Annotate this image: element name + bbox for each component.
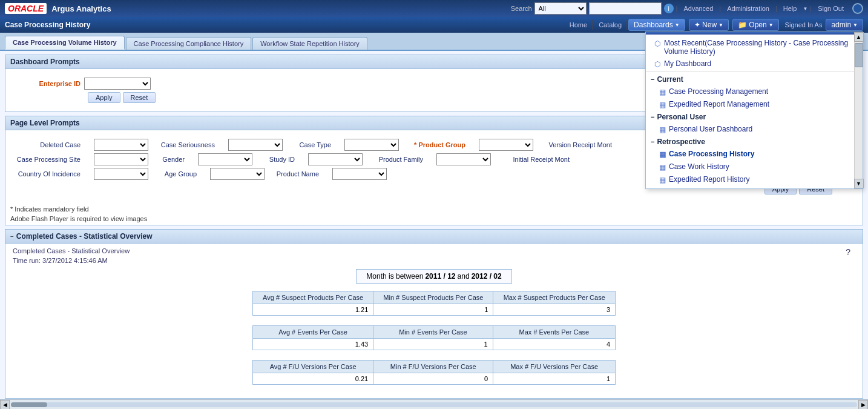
enterprise-id-label: Enterprise ID (12, 80, 84, 87)
help-link[interactable]: Help (780, 4, 801, 13)
country-incidence-select[interactable] (94, 168, 148, 180)
suspect-min-value: 1 (373, 304, 493, 316)
tab-compliance-history[interactable]: Case Processing Compliance History (126, 37, 252, 50)
table-row: 1.43 1 4 (253, 339, 616, 350)
open-dropdown-button[interactable]: 📁 Open ▼ (732, 19, 779, 31)
gender-label: Gender (158, 156, 188, 163)
dd-case-processing-mgmt[interactable]: ▦ Case Processing Management (646, 85, 863, 98)
fu-versions-table: Avg # F/U Versions Per Case Min # F/U Ve… (252, 360, 616, 385)
flash-note: Adobe Flash Player is required to view i… (5, 215, 863, 225)
h-scroll-thumb[interactable] (11, 402, 47, 407)
h-scroll-right-arrow[interactable]: ▶ (858, 400, 868, 410)
advanced-link[interactable]: Advanced (680, 4, 717, 13)
oracle-logo: ORACLE (5, 3, 47, 14)
stat-time-label: Time run: 3/27/2012 4:15:46 AM (13, 257, 855, 264)
case-work-history-icon: ▦ (658, 163, 666, 171)
dd-my-dashboard[interactable]: ⬡ My Dashboard (646, 58, 863, 70)
fu-avg-value: 0.21 (253, 373, 373, 385)
suspect-avg-header: Avg # Suspect Products Per Case (253, 291, 373, 304)
search-info-icon[interactable]: i (664, 4, 674, 13)
deleted-case-label: Deleted Case (12, 141, 84, 148)
page-prompts-title: Page Level Prompts (10, 119, 80, 127)
events-avg-header: Avg # Events Per Case (253, 326, 373, 339)
dd-current-group-header: − Current (646, 73, 863, 85)
my-dashboard-icon: ⬡ (653, 60, 662, 68)
tab-volume-history[interactable]: Case Processing Volume History (5, 36, 125, 50)
new-dropdown-button[interactable]: ✦ New ▼ (689, 19, 729, 31)
expedited-report-mgmt-icon: ▦ (658, 101, 666, 109)
horizontal-scrollbar: ◀ ▶ (0, 399, 868, 409)
age-group-select[interactable] (210, 168, 265, 180)
case-type-select[interactable] (344, 139, 399, 151)
product-name-label: Product Name (274, 170, 323, 178)
dropdown-list: ⬡ Most Recent(Case Processing History - … (646, 35, 863, 188)
admin-caret: ▼ (853, 22, 858, 28)
home-nav-link[interactable]: Home (565, 20, 593, 30)
dd-case-work-history[interactable]: ▦ Case Work History (646, 161, 863, 173)
product-name-select[interactable] (332, 168, 387, 180)
case-processing-site-label: Case Processing Site (12, 156, 84, 163)
version-receipt-label: Version Receipt Mont (543, 141, 616, 148)
signout-link[interactable]: Sign Out (814, 4, 847, 13)
search-input[interactable] (589, 2, 662, 15)
dd-most-recent[interactable]: ⬡ Most Recent(Case Processing History - … (646, 37, 863, 58)
scroll-thumb[interactable] (855, 43, 863, 67)
study-id-select[interactable] (308, 153, 363, 165)
deleted-case-select[interactable] (94, 139, 148, 151)
dashboard-apply-button[interactable]: Apply (88, 92, 120, 103)
dashboards-dropdown-overlay: ⬡ Most Recent(Case Processing History - … (645, 32, 863, 189)
admin-dropdown-button[interactable]: admin ▼ (826, 19, 863, 31)
fu-max-header: Max # F/U Versions Per Case (493, 361, 616, 373)
dashboard-prompts-title: Dashboard Prompts (10, 58, 80, 66)
top-nav-right: Search All Catalog Dashboards i | Advanc… (511, 2, 863, 15)
retrospective-group-toggle[interactable]: − (651, 138, 654, 145)
case-type-label: Case Type (292, 141, 335, 148)
suspect-avg-value: 1.21 (253, 304, 373, 316)
page-title: Case Processing History (5, 21, 90, 29)
events-min-value: 1 (373, 339, 493, 350)
app-name: Argus Analytics (51, 4, 111, 13)
search-scope-select[interactable]: All Catalog Dashboards (534, 2, 587, 15)
product-family-select[interactable] (436, 153, 491, 165)
secondary-navigation-bar: Case Processing History Home Catalog Das… (0, 17, 868, 33)
dashboards-dropdown-button[interactable]: Dashboards ▼ (628, 19, 685, 31)
case-processing-site-select[interactable] (94, 153, 148, 165)
dd-retrospective-group-header: − Retrospective (646, 136, 863, 148)
events-table: Avg # Events Per Case Min # Events Per C… (252, 325, 616, 350)
help-caret: ▼ (803, 6, 807, 12)
initial-receipt-label: Initial Receipt Mont (501, 156, 573, 163)
administration-link[interactable]: Administration (723, 4, 773, 13)
current-group-toggle[interactable]: − (651, 76, 654, 83)
h-scroll-left-arrow[interactable]: ◀ (0, 400, 10, 410)
mandatory-note: * Indicates mandatory field (5, 203, 863, 215)
dd-case-processing-history[interactable]: ▦ Case Processing History (646, 148, 863, 161)
dd-personal-user-dashboard[interactable]: ▦ Personal User Dashboard (646, 123, 863, 136)
h-scroll-track (11, 402, 857, 407)
search-label: Search (511, 5, 532, 12)
personal-group-toggle[interactable]: − (651, 113, 654, 121)
case-seriousness-select[interactable] (228, 139, 283, 151)
dd-personal-group-header: − Personal User (646, 111, 863, 123)
product-group-select[interactable] (479, 139, 533, 151)
scroll-down-arrow[interactable]: ▼ (854, 179, 864, 188)
expedited-report-history-icon: ▦ (658, 176, 666, 184)
dd-expedited-report-mgmt[interactable]: ▦ Expedited Report Management (646, 98, 863, 111)
search-area: Search All Catalog Dashboards i (511, 2, 674, 15)
dd-expedited-report-history[interactable]: ▦ Expedited Report History (646, 173, 863, 186)
filter-box: Month is between 2011 / 12 and 2012 / 02 (356, 269, 511, 284)
gender-select[interactable] (198, 153, 252, 165)
country-incidence-label: Country Of Incidence (12, 170, 84, 178)
scroll-up-arrow[interactable]: ▲ (854, 32, 864, 42)
age-group-label: Age Group (158, 170, 200, 178)
personal-dashboard-icon: ▦ (658, 125, 666, 134)
stat-help-icon[interactable]: ? (846, 247, 850, 257)
suspect-min-header: Min # Suspect Products Per Case (373, 291, 493, 304)
dashboard-reset-button[interactable]: Reset (123, 92, 156, 103)
user-icon (852, 3, 863, 14)
fu-min-value: 0 (373, 373, 493, 385)
tab-workflow-history[interactable]: Workflow State Repetition History (252, 37, 367, 50)
catalog-nav-link[interactable]: Catalog (594, 20, 627, 30)
enterprise-id-select[interactable] (84, 78, 151, 90)
new-caret: ▼ (718, 22, 723, 28)
stat-collapse-icon[interactable]: − (10, 233, 14, 240)
